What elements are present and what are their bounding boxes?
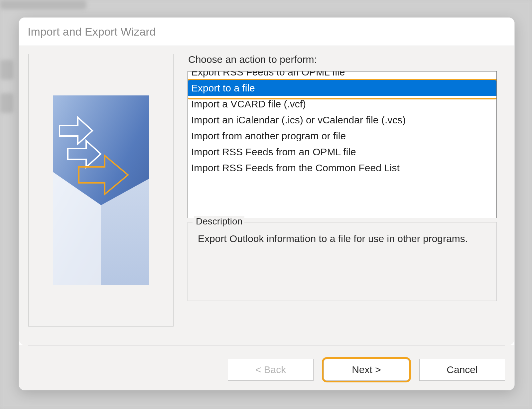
list-item-label: Import from another program or file [191, 130, 346, 141]
button-row: < Back Next > Cancel [28, 359, 505, 381]
list-item[interactable]: Import a VCARD file (.vcf) [188, 96, 496, 112]
list-item-selected[interactable]: Export to a file [188, 80, 496, 96]
next-button[interactable]: Next > [324, 359, 409, 381]
backdrop-decoration [0, 0, 86, 9]
button-label: < Back [255, 364, 286, 375]
button-label: Cancel [447, 364, 477, 375]
button-label: Next > [352, 364, 381, 375]
list-item[interactable]: Import from another program or file [188, 128, 496, 144]
dialog-titlebar: Import and Export Wizard [19, 18, 514, 46]
dialog-footer: < Back Next > Cancel [19, 345, 514, 390]
footer-divider [28, 345, 505, 345]
list-item-label: Export RSS Feeds to an OPML file [191, 71, 345, 77]
list-item-label: Export to a file [191, 82, 255, 93]
wizard-illustration-panel [28, 54, 174, 327]
description-group: Description Export Outlook information t… [188, 222, 497, 301]
wizard-illustration-icon [53, 95, 149, 285]
back-button: < Back [228, 359, 314, 381]
list-item[interactable]: Export RSS Feeds to an OPML file [188, 71, 496, 80]
import-export-wizard-dialog: Import and Export Wizard [19, 17, 515, 390]
list-item-label: Import a VCARD file (.vcf) [191, 98, 306, 109]
action-label: Choose an action to perform: [188, 54, 497, 65]
backdrop-decoration [0, 60, 13, 80]
action-listbox[interactable]: Export RSS Feeds to an OPML file Export … [188, 71, 497, 218]
dialog-body: Choose an action to perform: Export RSS … [19, 46, 514, 345]
dialog-title: Import and Export Wizard [28, 25, 156, 38]
list-item-label: Import RSS Feeds from the Common Feed Li… [191, 162, 400, 173]
list-item-label: Import RSS Feeds from an OPML file [191, 146, 356, 157]
cancel-button[interactable]: Cancel [419, 359, 505, 381]
backdrop-decoration [0, 93, 13, 113]
description-label: Description [194, 216, 244, 227]
list-item[interactable]: Import RSS Feeds from the Common Feed Li… [188, 160, 496, 176]
list-item[interactable]: Import RSS Feeds from an OPML file [188, 144, 496, 160]
list-item[interactable]: Import an iCalendar (.ics) or vCalendar … [188, 112, 496, 128]
list-item-label: Import an iCalendar (.ics) or vCalendar … [191, 114, 406, 125]
description-text: Export Outlook information to a file for… [198, 231, 488, 246]
action-panel: Choose an action to perform: Export RSS … [188, 54, 497, 342]
